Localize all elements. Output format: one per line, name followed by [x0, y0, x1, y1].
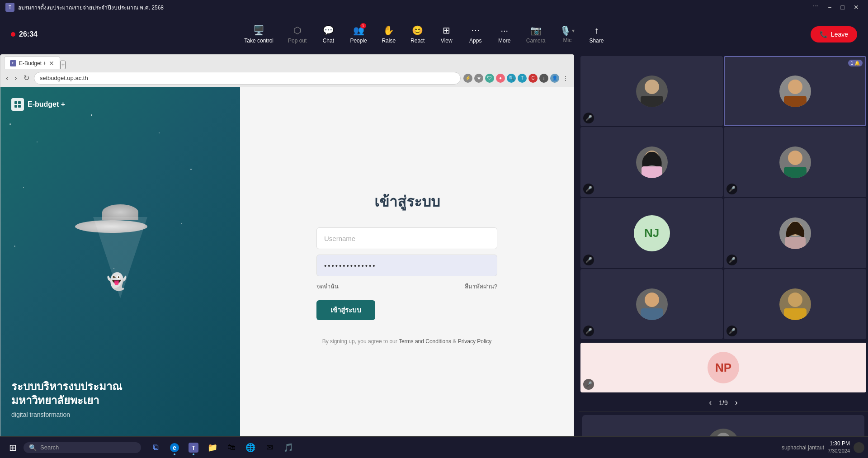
svg-rect-17: [784, 308, 807, 320]
view-button[interactable]: ⊞ View: [434, 21, 459, 47]
bookmark-icon[interactable]: ★: [474, 74, 483, 83]
ufo-body: [75, 204, 147, 233]
recording-dot: [11, 32, 15, 37]
browser-content: E-budget +: [0, 87, 574, 447]
taskbar-browser2[interactable]: 🌐: [241, 439, 259, 457]
refresh-button[interactable]: ↻: [22, 72, 31, 84]
svg-rect-15: [641, 308, 663, 320]
forgot-password-link[interactable]: ลืมรหัสผ่าน?: [465, 282, 497, 291]
participant-tile-np: NP 🎤: [580, 343, 866, 392]
menu-icon[interactable]: ⋮: [561, 74, 570, 83]
apps-button[interactable]: ⋯ Apps: [463, 21, 488, 47]
forward-button[interactable]: ›: [13, 72, 19, 84]
svg-point-6: [788, 80, 802, 94]
camera-button[interactable]: 📷 Camera: [521, 21, 551, 47]
participant-tile-2: 1 🔔: [724, 56, 866, 126]
browser-tabs: E E-Budget + ✕ +: [0, 55, 574, 69]
participant-mute-4: 🎤: [726, 184, 737, 194]
svg-rect-9: [642, 166, 662, 178]
username-input[interactable]: [316, 227, 497, 249]
time-display: 1:30 PM: [828, 440, 850, 448]
translate-icon[interactable]: T: [518, 74, 527, 83]
svg-rect-11: [784, 167, 807, 178]
taskbar-store[interactable]: 🛍: [222, 439, 241, 457]
login-options-row: จดจำฉัน ลืมรหัสผ่าน?: [316, 282, 497, 291]
taskbar-files[interactable]: 📁: [203, 439, 222, 457]
save-icon[interactable]: ↓: [539, 74, 548, 83]
participant-avatar-3: [636, 146, 668, 178]
people-button[interactable]: 👥 1 People: [344, 21, 372, 47]
participants-panel: 🎤 1 🔔 🎤: [579, 54, 868, 448]
participant-avatar-nj: NJ: [634, 215, 670, 251]
raise-button[interactable]: ✋ Raise: [376, 21, 401, 47]
terms-link[interactable]: Terms and Conditions: [399, 338, 451, 345]
login-heading: เข้าสู่ระบบ: [316, 190, 497, 213]
back-button[interactable]: ‹: [4, 72, 10, 84]
more-button[interactable]: ··· More: [492, 22, 517, 47]
taskbar-edge[interactable]: e: [165, 439, 184, 457]
participant-avatar-np: NP: [708, 352, 739, 383]
search-lens-icon[interactable]: 🔍: [507, 74, 516, 83]
taskbar-apps: ⧉ e T 📁 🛍 🌐 ✉ 🎵: [146, 439, 297, 457]
notification-area[interactable]: [854, 442, 864, 453]
share-button[interactable]: ↑ Share: [584, 22, 609, 47]
browser-tab-active[interactable]: E E-Budget + ✕: [4, 57, 60, 69]
svg-point-10: [788, 151, 802, 165]
shield-icon[interactable]: 🛡: [485, 74, 494, 83]
ebudget-left-panel: E-budget +: [0, 87, 240, 447]
ebudget-subtitle: digital transformation: [11, 411, 229, 418]
participant-tile-7: 🎤: [580, 269, 723, 339]
more-options-icon[interactable]: ···: [809, 2, 822, 13]
participant-tile-8: 🎤: [724, 269, 866, 339]
taskbar-search-box[interactable]: 🔍 Search: [24, 442, 141, 453]
view-icon: ⊞: [443, 25, 450, 36]
participant-mute-5: 🎤: [583, 255, 594, 265]
password-input[interactable]: [316, 255, 497, 276]
recording-indicator: 26:34: [11, 30, 38, 38]
leave-phone-icon: 📞: [820, 31, 827, 38]
participant-avatar-1: [636, 76, 668, 107]
raise-icon: ✋: [383, 25, 394, 36]
new-tab-button[interactable]: +: [60, 61, 66, 69]
taskbar-user: suphachai jantaut: [782, 444, 824, 451]
privacy-link[interactable]: Privacy Policy: [458, 338, 492, 345]
taskbar-mail[interactable]: ✉: [260, 439, 278, 457]
minimize-button[interactable]: −: [824, 2, 835, 13]
color-icon[interactable]: ●: [496, 74, 505, 83]
participant-mute-6: 🎤: [726, 255, 737, 265]
remember-me-label[interactable]: จดจำฉัน: [316, 282, 339, 291]
apps-icon: ⋯: [471, 25, 480, 36]
taskbar-other[interactable]: 🎵: [279, 439, 297, 457]
maximize-button[interactable]: □: [837, 2, 848, 13]
participant-avatar-7: [636, 288, 668, 320]
prev-page-button[interactable]: ‹: [709, 398, 712, 407]
tab-label: E-Budget +: [19, 60, 46, 66]
take-control-icon: 🖥️: [253, 25, 264, 36]
mic-icon: 🎙️: [560, 25, 571, 36]
page-indicator: 1/9: [719, 399, 727, 406]
people-badge: 1: [360, 23, 366, 28]
taskbar-teams[interactable]: T: [184, 439, 203, 457]
chat-button[interactable]: 💬 Chat: [316, 21, 341, 47]
pop-out-button[interactable]: ⬡ Pop out: [283, 21, 312, 47]
mic-button[interactable]: 🎙️ ▾ Mic: [554, 22, 580, 47]
take-control-button[interactable]: 🖥️ Take control: [239, 21, 279, 47]
profile-icon[interactable]: 👤: [550, 74, 559, 83]
close-button[interactable]: ✕: [850, 2, 863, 13]
tab-close-button[interactable]: ✕: [49, 60, 54, 67]
tab-favicon: E: [10, 60, 16, 66]
c-icon[interactable]: C: [528, 74, 538, 83]
taskbar-taskview[interactable]: ⧉: [146, 439, 165, 457]
login-button[interactable]: เข้าสู่ระบบ: [316, 300, 375, 320]
start-button[interactable]: ⊞: [4, 439, 22, 457]
leave-button[interactable]: 📞 Leave: [811, 26, 857, 42]
react-button[interactable]: 😊 React: [405, 21, 430, 47]
camera-icon: 📷: [530, 25, 542, 36]
date-display: 7/30/2024: [828, 448, 850, 454]
next-page-button[interactable]: ›: [735, 398, 738, 407]
participant-avatar-6: [779, 217, 811, 249]
svg-text:T: T: [192, 445, 195, 451]
extensions-icon[interactable]: ⚡: [463, 74, 472, 83]
address-bar[interactable]: setbudget.up.ac.th: [34, 72, 461, 85]
chat-icon: 💬: [323, 25, 334, 36]
